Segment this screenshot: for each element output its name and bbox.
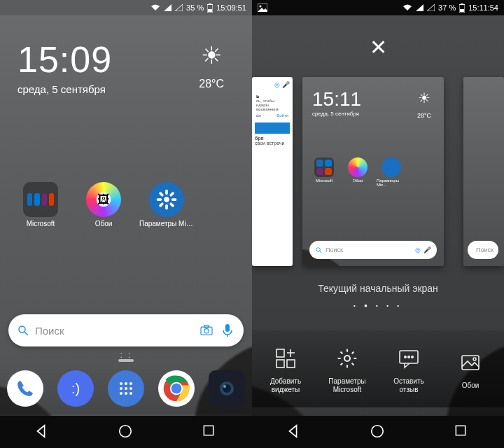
app-microsoft-folder[interactable]: Microsoft — [13, 182, 69, 227]
image-notif-icon — [258, 4, 267, 12]
signal-icon-2 — [427, 4, 435, 11]
action-add-widgets[interactable]: Добавить виджеты — [258, 344, 314, 394]
svg-rect-28 — [204, 426, 213, 435]
svg-point-11 — [120, 382, 122, 385]
weather-temp: 28°C — [199, 78, 224, 90]
panel-feed[interactable]: ◎ 🎤 ьсь, чтобындарю,ированным фтВойти бр… — [252, 77, 293, 266]
signal-icon-2 — [175, 4, 183, 11]
svg-rect-39 — [276, 360, 284, 368]
gear-icon — [332, 344, 362, 373]
dock-phone[interactable] — [7, 370, 43, 407]
feed-brand: фт — [256, 113, 262, 118]
wifi-icon — [150, 4, 160, 11]
action-feedback[interactable]: Оставить отзыв — [381, 344, 437, 394]
svg-rect-2 — [208, 9, 212, 12]
nav-back[interactable] — [286, 424, 302, 440]
nav-recent[interactable] — [454, 424, 470, 440]
action-wallpaper[interactable]: Обои — [442, 348, 498, 390]
clock-time: 15:09 — [18, 38, 112, 80]
page-indicator: : : — [0, 349, 252, 360]
status-time: 15:09:51 — [216, 4, 246, 12]
nav-bar — [0, 416, 252, 448]
overview-actions: Добавить виджеты Параметры Microsoft Ост… — [252, 330, 504, 407]
pager-dots: • ● • • • — [252, 302, 504, 309]
svg-point-15 — [125, 387, 127, 390]
home-apps-row: Microsoft 🖼 Обои Параметры Micr... — [0, 182, 252, 227]
svg-rect-6 — [201, 327, 212, 335]
weather-widget[interactable]: ☀ 28°C — [199, 43, 224, 90]
nav-bar — [252, 416, 504, 448]
nav-recent[interactable] — [202, 424, 218, 440]
svg-point-34 — [316, 247, 321, 251]
sun-icon: ☀ — [199, 43, 224, 67]
svg-point-46 — [408, 356, 410, 358]
mini-search: Поиск ◎ 🎤 — [309, 241, 437, 259]
battery-text: 35 % — [186, 4, 204, 12]
svg-line-5 — [24, 332, 28, 335]
app-label: Параметры Micr... — [139, 220, 194, 227]
svg-point-27 — [120, 426, 132, 438]
svg-rect-51 — [456, 426, 465, 435]
phone-overview: 37 % 15:11:54 ✕ ◎ 🎤 ьсь, чтобындарю,иров… — [252, 0, 504, 448]
overview-caption: Текущий начальный экран — [252, 283, 504, 294]
mic-icon[interactable] — [220, 323, 235, 338]
svg-point-3 — [164, 197, 169, 202]
svg-line-35 — [320, 251, 322, 253]
action-label: Оставить отзыв — [393, 377, 424, 394]
svg-point-49 — [473, 358, 476, 360]
panel-home-current[interactable]: 15:11 среда, 5 сентября ☀28°C Microsoft … — [302, 77, 444, 266]
svg-point-12 — [125, 382, 127, 385]
nav-back[interactable] — [34, 424, 50, 440]
svg-point-13 — [130, 382, 132, 385]
svg-point-45 — [405, 356, 406, 358]
app-ms-settings[interactable]: Параметры Micr... — [139, 182, 195, 227]
svg-point-30 — [260, 6, 262, 8]
clock-widget[interactable]: 15:09 среда, 5 сентября — [18, 38, 112, 95]
dock-messages[interactable]: :) — [57, 370, 94, 407]
svg-rect-40 — [287, 360, 295, 368]
camera-icon[interactable] — [199, 323, 214, 338]
action-label: Параметры Microsoft — [328, 377, 365, 394]
mini-apps: Microsoft Обои Параметры Mic... — [309, 158, 406, 187]
close-overview[interactable]: ✕ — [370, 35, 387, 59]
status-bar: 35 % 15:09:51 — [0, 0, 252, 15]
dock-camera[interactable] — [209, 370, 245, 407]
status-bar: 37 % 15:11:54 — [252, 0, 504, 15]
phone-home: 35 % 15:09:51 15:09 среда, 5 сентября ☀ … — [0, 0, 252, 448]
svg-point-17 — [120, 392, 122, 395]
svg-rect-9 — [225, 324, 230, 332]
battery-icon — [459, 4, 465, 13]
action-ms-settings[interactable]: Параметры Microsoft — [319, 344, 375, 394]
svg-point-19 — [130, 392, 132, 395]
battery-text: 37 % — [438, 4, 456, 12]
mini-search-2: Поиск — [468, 241, 498, 259]
svg-point-26 — [223, 385, 226, 388]
dock-chrome[interactable] — [158, 370, 195, 407]
search-icon — [17, 324, 29, 337]
panel-home-2[interactable]: Поиск — [463, 77, 504, 266]
app-wallpapers[interactable]: 🖼 Обои — [76, 182, 132, 227]
svg-point-43 — [344, 356, 350, 361]
nav-home[interactable] — [370, 424, 386, 440]
search-bar[interactable]: Поиск — [8, 314, 244, 346]
widgets-icon — [271, 344, 300, 373]
svg-point-18 — [125, 392, 127, 395]
feed-signin[interactable]: Войти — [276, 113, 288, 118]
nav-home[interactable] — [118, 424, 134, 440]
feed-date: бря — [255, 136, 264, 141]
svg-point-50 — [372, 426, 384, 438]
home-panels: ◎ 🎤 ьсь, чтобындарю,ированным фтВойти бр… — [252, 77, 504, 273]
svg-point-4 — [19, 326, 25, 332]
svg-point-47 — [412, 356, 413, 358]
action-label: Добавить виджеты — [270, 377, 301, 394]
signal-icon — [164, 4, 172, 11]
svg-point-16 — [130, 387, 132, 390]
svg-point-7 — [204, 329, 209, 333]
app-label: Обои — [95, 220, 113, 227]
dock-apps[interactable] — [108, 370, 144, 407]
svg-point-14 — [120, 387, 122, 390]
svg-rect-38 — [276, 349, 284, 357]
wifi-icon — [402, 4, 412, 11]
wallpaper-icon — [456, 348, 485, 377]
search-placeholder: Поиск — [35, 325, 193, 337]
